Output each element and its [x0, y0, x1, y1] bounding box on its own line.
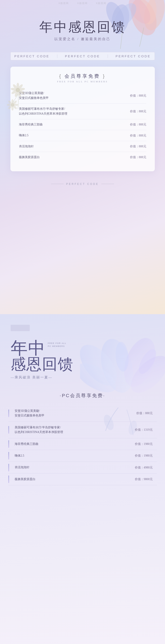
s2-header [0, 314, 165, 331]
s2-items: 安斐3D蒲公英美睫/ 安斐日式极致单色美甲价值：888元美国修丽可瀑布水疗/半岛… [8, 405, 157, 485]
card-title-en: FREE FOR ALL PC MEMBERS [19, 80, 146, 83]
card-item: 安斐3D蒲公英美睫/ 安斐日式极致单色美甲价值：888元 [19, 88, 146, 104]
pc-label-3: PERFECT CODE [116, 54, 150, 58]
item-name: 嗨体2.5 [19, 133, 126, 138]
bottom-pc-text: PERFECT CODE [66, 182, 99, 186]
s2-logo [10, 325, 30, 331]
s1-main-title: 年中感恩回馈 [0, 19, 165, 35]
card-item: 夯活泡泡针价值：888元 [19, 141, 146, 152]
list-item: 夯活泡泡针价值：4980元 [8, 462, 157, 473]
s2-item-name: 夯活泡泡针 [12, 465, 130, 470]
card-item: 海菲秀经典三部曲价值：888元 [19, 119, 146, 130]
item-accent-bar [8, 426, 9, 434]
s2-section-title-text: ·PC会员尊享免费· [60, 393, 105, 398]
item-price: 价值：888元 [130, 123, 146, 126]
card-item: 嗨体2.5价值：888元 [19, 130, 146, 141]
s2-year-mid: 年中 [10, 339, 46, 358]
card-title-cn-text: 会员尊享免费 [64, 74, 100, 79]
s2-item-name: 嗨体2.5 [12, 454, 130, 458]
bottom-line-right [101, 184, 114, 184]
item-name: 美国修丽可瀑布水疗/半岛舒敏专家/ 以色列CHRISTINA天然草本净肌管理 [19, 106, 126, 116]
item-accent-bar [8, 440, 9, 448]
section1: K酷图网 K酷图网 K酷图网 年中感恩回馈 以宠爱之名 / 邂逅最美的自己 PE… [0, 0, 165, 314]
s2-item-name: 美国修丽可瀑布水疗/半岛舒敏专家/ 以色列CHRISTINA天然草本净肌管理 [12, 425, 130, 435]
s2-free-text: FREE FOR ALL PC MEMBERS [48, 342, 66, 348]
s2-item-price: 价值：9800元 [135, 478, 153, 481]
item-accent-bar [8, 464, 9, 472]
s2-item-name: 安斐3D蒲公英美睫/ 安斐日式极致单色美甲 [12, 408, 132, 418]
list-item: 薇旖美胶原蛋白价值：9800元 [8, 474, 157, 485]
s2-item-price: 价值：888元 [136, 411, 153, 415]
pc-divider-1 [57, 54, 57, 58]
bracket-open: { [59, 74, 64, 79]
card-items: 安斐3D蒲公英美睫/ 安斐日式极致单色美甲价值：888元美国修丽可瀑布水疗/半岛… [19, 88, 146, 162]
item-accent-bar [8, 476, 9, 483]
list-item: 海菲秀经典三部曲价值：1980元 [8, 438, 157, 450]
s2-item-price: 价值：1319元 [135, 428, 153, 432]
card-item: 美国修丽可瀑布水疗/半岛舒敏专家/ 以色列CHRISTINA天然草本净肌管理价值… [19, 104, 146, 119]
s2-slogan: —乘风破浪 美丽一夏— [10, 375, 52, 380]
item-price: 价值：888元 [130, 144, 146, 148]
item-name: 安斐3D蒲公英美睫/ 安斐日式极致单色美甲 [19, 91, 126, 100]
perfect-code-banner: PERFECT CODE PERFECT CODE PERFECT CODE [10, 52, 155, 60]
s2-item-name: 海菲秀经典三部曲 [12, 442, 130, 446]
white-card: { 会员尊享免费 } FREE FOR ALL PC MEMBERS 安斐3D蒲… [10, 67, 155, 171]
s2-section-title: ·PC会员尊享免费· [8, 392, 157, 399]
bottom-pc: PERFECT CODE [0, 182, 165, 194]
pc-label-2: PERFECT CODE [65, 54, 100, 58]
s2-item-price: 价值：1980元 [135, 454, 153, 458]
section2: 年中 FREE FOR ALL PC MEMBERS 感恩回馈 —乘风破浪 美丽… [0, 314, 165, 644]
card-header: { 会员尊享免费 } FREE FOR ALL PC MEMBERS [19, 73, 146, 83]
s2-gan-en: 感恩回馈 [10, 356, 154, 372]
daisy-decoration [4, 77, 32, 116]
item-name: 薇旖美胶原蛋白 [19, 155, 126, 160]
item-accent-bar [8, 410, 9, 417]
svg-point-25 [11, 103, 14, 106]
pc-label-1: PERFECT CODE [14, 54, 50, 58]
s1-title-area: 年中感恩回馈 以宠爱之名 / 邂逅最美的自己 [0, 0, 165, 42]
item-name: 海菲秀经典三部曲 [19, 122, 126, 127]
s2-logo-area [10, 325, 165, 331]
item-price: 价值：888元 [130, 110, 146, 113]
item-price: 价值：888元 [130, 156, 146, 159]
svg-point-16 [16, 88, 20, 92]
list-item: 嗨体2.5价值：1980元 [8, 450, 157, 462]
pc-divider-2 [108, 54, 108, 58]
s2-subtitle-row: —乘风破浪 美丽一夏— [10, 375, 154, 380]
s2-content: ·PC会员尊享免费· 安斐3D蒲公英美睫/ 安斐日式极致单色美甲价值：888元美… [8, 392, 157, 498]
list-item: 美国修丽可瀑布水疗/半岛舒敏专家/ 以色列CHRISTINA天然草本净肌管理价值… [8, 422, 157, 438]
item-price: 价值：888元 [130, 134, 146, 138]
item-name: 夯活泡泡针 [19, 144, 126, 149]
s2-item-name: 薇旖美胶原蛋白 [12, 477, 130, 482]
s2-item-price: 价值：1980元 [135, 442, 153, 446]
s2-title-block: 年中 FREE FOR ALL PC MEMBERS 感恩回馈 —乘风破浪 美丽… [0, 335, 165, 380]
card-title: { 会员尊享免费 } [19, 73, 146, 80]
item-accent-bar [8, 452, 9, 460]
card-item: 薇旖美胶原蛋白价值：888元 [19, 152, 146, 162]
s1-subtitle: 以宠爱之名 / 邂逅最美的自己 [0, 37, 165, 42]
bracket-close: } [103, 74, 106, 79]
list-item: 安斐3D蒲公英美睫/ 安斐日式极致单色美甲价值：888元 [8, 405, 157, 422]
s2-item-price: 价值：4980元 [135, 466, 153, 470]
bottom-line-left [51, 184, 64, 184]
item-price: 价值：888元 [130, 94, 146, 98]
